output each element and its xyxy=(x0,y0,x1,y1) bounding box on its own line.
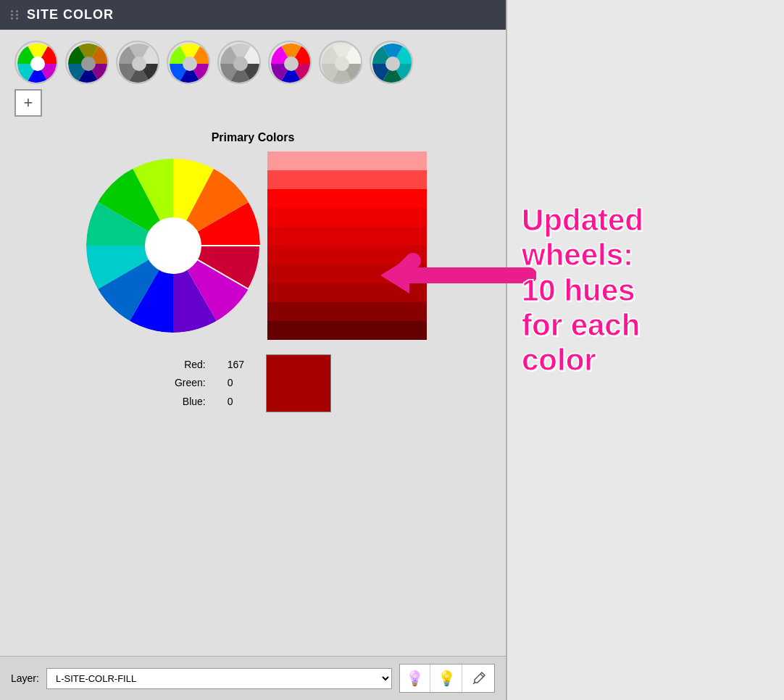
swatch-2[interactable] xyxy=(267,170,427,189)
swatch-8[interactable] xyxy=(267,283,427,302)
annotation: Updatedwheels:10 huesfor eachcolor xyxy=(522,203,761,378)
layer-label: Layer: xyxy=(11,672,39,684)
annotation-text: Updatedwheels:10 huesfor eachcolor xyxy=(522,203,761,378)
add-row: + xyxy=(0,88,506,124)
swatch-1[interactable] xyxy=(267,151,427,170)
drag-handle[interactable] xyxy=(11,10,20,20)
svg-point-13 xyxy=(335,57,349,71)
svg-point-15 xyxy=(385,57,400,71)
swatch-9[interactable] xyxy=(267,302,427,321)
swatch-10[interactable] xyxy=(267,321,427,340)
color-wheel-7[interactable] xyxy=(319,41,362,84)
main-color-wheel[interactable] xyxy=(79,151,267,340)
swatch-6[interactable] xyxy=(267,246,427,264)
green-label: Green: xyxy=(175,374,206,392)
color-swatches-panel xyxy=(267,151,427,340)
tool-buttons: 💡 💡 xyxy=(399,664,495,693)
swatch-5[interactable] xyxy=(267,227,427,246)
rgb-values: 167 0 0 xyxy=(228,356,244,411)
color-wheel-6[interactable] xyxy=(268,41,312,84)
panel-title: SITE COLOR xyxy=(27,7,114,22)
wheel-and-swatches xyxy=(14,151,491,340)
picker-area: Primary Colors xyxy=(0,124,506,656)
picker-title: Primary Colors xyxy=(212,131,295,144)
svg-point-11 xyxy=(284,57,299,71)
color-wheel-5[interactable] xyxy=(217,41,261,84)
add-color-wheel-button[interactable]: + xyxy=(14,89,42,117)
layer-select[interactable]: L-SITE-COLR-FILL L-SITE-COLR-LINE xyxy=(46,668,392,689)
svg-point-9 xyxy=(233,57,248,71)
color-wheel-4[interactable] xyxy=(167,41,210,84)
green-value: 0 xyxy=(228,374,244,392)
svg-point-3 xyxy=(81,57,96,71)
color-preview-box xyxy=(266,354,331,412)
blue-value: 0 xyxy=(228,393,244,411)
color-wheel-1[interactable] xyxy=(14,41,58,84)
color-wheels-row xyxy=(0,30,506,88)
svg-point-7 xyxy=(183,57,197,71)
bottom-bar: Layer: L-SITE-COLR-FILL L-SITE-COLR-LINE… xyxy=(0,656,506,700)
color-wheel-2[interactable] xyxy=(65,41,109,84)
color-wheel-3[interactable] xyxy=(116,41,159,84)
rgb-labels: Red: Green: Blue: xyxy=(175,356,206,411)
red-value: 167 xyxy=(228,356,244,374)
panel-header: SITE COLOR xyxy=(0,0,506,30)
yellow-bulb-button[interactable]: 💡 xyxy=(432,664,462,692)
swatch-7[interactable] xyxy=(267,264,427,283)
svg-point-5 xyxy=(132,57,146,71)
blue-label: Blue: xyxy=(175,393,206,411)
red-label: Red: xyxy=(175,356,206,374)
rgb-section: Red: Green: Blue: 167 0 0 xyxy=(175,354,331,412)
swatch-4[interactable] xyxy=(267,208,427,227)
eyedropper-button[interactable] xyxy=(464,664,494,692)
svg-point-1 xyxy=(30,57,45,71)
blue-bulb-button[interactable]: 💡 xyxy=(400,664,430,692)
color-wheel-8[interactable] xyxy=(370,41,413,84)
swatch-3[interactable] xyxy=(267,189,427,208)
